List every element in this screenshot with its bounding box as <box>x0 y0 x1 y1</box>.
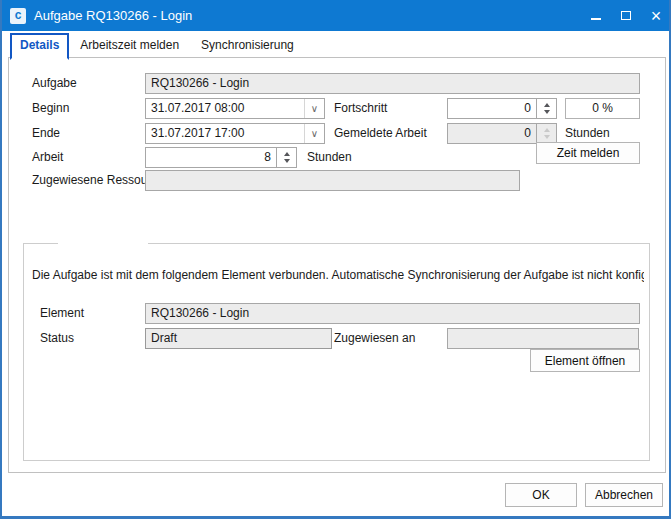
gemeldete-arbeit-unit-label: Stunden <box>565 123 610 144</box>
window-title: Aufgabe RQ130266 - Login <box>34 8 192 23</box>
spin-down-icon[interactable] <box>544 110 550 114</box>
tab-strip: Details Arbeitszeit melden Synchronisier… <box>10 33 305 58</box>
fortschritt-stepper[interactable]: 0 <box>447 98 557 119</box>
arbeit-spinner-arrows[interactable] <box>276 148 296 167</box>
element-field: RQ130266 - Login <box>145 303 640 324</box>
zugewiesene-ressource-field <box>145 170 520 191</box>
aufgabe-label: Aufgabe <box>32 73 77 94</box>
fortschritt-percent-box: 0 % <box>565 98 640 119</box>
ende-value: 31.07.2017 17:00 <box>146 124 304 143</box>
ok-button[interactable]: OK <box>505 483 577 507</box>
beginn-datetime-picker[interactable]: 31.07.2017 08:00 ∨ <box>145 98 325 119</box>
arbeit-stepper[interactable]: 8 <box>145 147 297 168</box>
zugewiesen-an-label: Zugewiesen an <box>334 328 415 349</box>
status-label: Status <box>40 328 74 349</box>
minimize-icon <box>591 18 601 20</box>
window-controls: × <box>581 0 671 31</box>
spin-down-icon[interactable] <box>284 159 290 163</box>
task-dialog-window: c Aufgabe RQ130266 - Login × Details Arb… <box>0 0 671 519</box>
tab-arbeitszeit-melden[interactable]: Arbeitszeit melden <box>69 33 190 58</box>
spin-up-icon[interactable] <box>544 103 550 107</box>
aufgabe-field: RQ130266 - Login <box>145 73 640 94</box>
cancel-button[interactable]: Abbrechen <box>585 483 663 507</box>
maximize-icon <box>621 11 631 20</box>
gemeldete-arbeit-spinner-arrows <box>536 124 556 143</box>
zeit-melden-button[interactable]: Zeit melden <box>536 142 640 164</box>
fortschritt-label: Fortschritt <box>334 98 387 119</box>
beginn-dropdown-chevron-icon[interactable]: ∨ <box>304 99 324 118</box>
element-oeffnen-button[interactable]: Element öffnen <box>530 349 640 372</box>
spin-down-icon <box>544 135 550 139</box>
element-label: Element <box>40 303 84 324</box>
beginn-label: Beginn <box>32 98 69 119</box>
status-field: Draft <box>145 328 332 349</box>
maximize-button[interactable] <box>611 0 641 31</box>
gemeldete-arbeit-label: Gemeldete Arbeit <box>334 123 427 144</box>
arbeit-value[interactable]: 8 <box>146 148 276 167</box>
ende-dropdown-chevron-icon[interactable]: ∨ <box>304 124 324 143</box>
fortschritt-spinner-arrows[interactable] <box>536 99 556 118</box>
minimize-button[interactable] <box>581 0 611 31</box>
app-icon: c <box>10 8 26 24</box>
arbeit-label: Arbeit <box>32 147 63 168</box>
groupbox-label-gap <box>58 242 148 245</box>
ende-label: Ende <box>32 123 60 144</box>
spin-up-icon[interactable] <box>284 152 290 156</box>
tab-details[interactable]: Details <box>10 33 69 60</box>
titlebar: c Aufgabe RQ130266 - Login × <box>0 0 671 31</box>
arbeit-unit-label: Stunden <box>307 147 352 168</box>
gemeldete-arbeit-stepper: 0 <box>447 123 557 144</box>
fortschritt-value[interactable]: 0 <box>448 99 536 118</box>
zugewiesen-an-field <box>447 328 639 349</box>
gemeldete-arbeit-value: 0 <box>448 124 536 143</box>
close-icon: × <box>651 7 662 25</box>
tab-synchronisierung[interactable]: Synchronisierung <box>190 33 305 58</box>
beginn-value: 31.07.2017 08:00 <box>146 99 304 118</box>
ende-datetime-picker[interactable]: 31.07.2017 17:00 ∨ <box>145 123 325 144</box>
close-button[interactable]: × <box>641 0 671 31</box>
sync-description: Die Aufgabe ist mit dem folgendem Elemen… <box>32 266 644 284</box>
spin-up-icon <box>544 128 550 132</box>
